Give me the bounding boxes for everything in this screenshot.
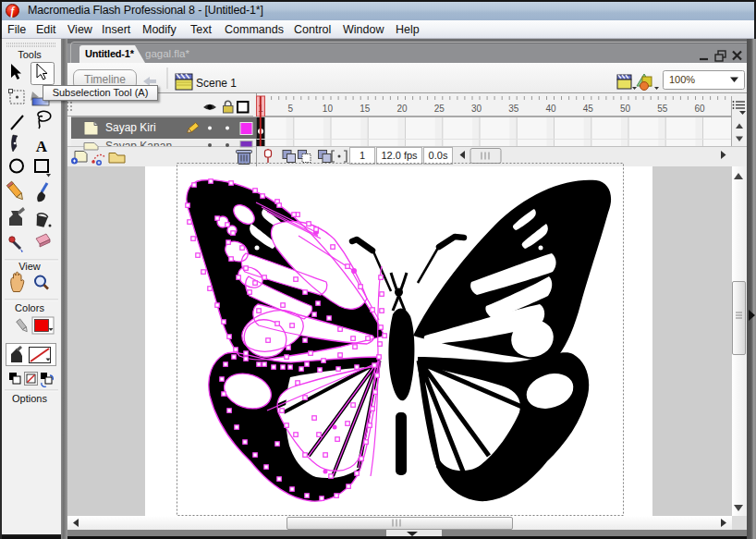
svg-text:Options: Options [12, 393, 47, 404]
svg-text:Tools: Tools [18, 49, 42, 60]
svg-text:A: A [36, 138, 48, 155]
svg-text:View: View [18, 261, 41, 272]
svg-text:Colors: Colors [15, 302, 44, 313]
